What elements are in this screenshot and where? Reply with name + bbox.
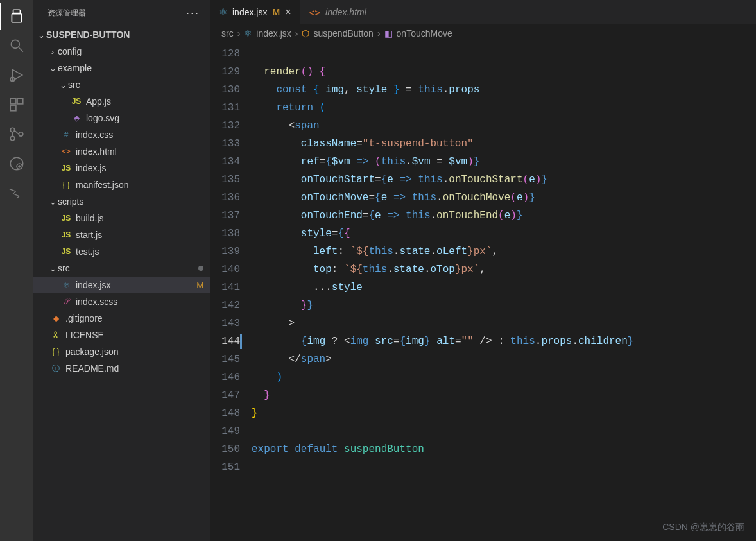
modified-dot-icon bbox=[198, 266, 203, 271]
file-index-html[interactable]: <>index.html bbox=[33, 143, 210, 160]
folder-scripts[interactable]: ⌄scripts bbox=[33, 193, 210, 210]
explorer-title: 资源管理器 bbox=[47, 8, 86, 19]
file-test-js[interactable]: JStest.js bbox=[33, 243, 210, 260]
more-actions-icon[interactable]: ··· bbox=[186, 6, 200, 20]
file-index-scss[interactable]: 𝒮index.scss bbox=[33, 293, 210, 310]
file-index-jsx[interactable]: ⚛index.jsxM bbox=[33, 277, 210, 293]
svg-point-5 bbox=[10, 128, 15, 132]
close-icon[interactable]: × bbox=[285, 6, 291, 18]
code-lines: render() { const { img, style } = this.p… bbox=[252, 42, 633, 541]
tool-icon[interactable] bbox=[8, 185, 25, 202]
remote-explorer-icon[interactable] bbox=[8, 155, 25, 172]
class-icon: ⬡ bbox=[302, 28, 309, 39]
svg-point-6 bbox=[10, 136, 15, 141]
line-gutter: 1281291301311321331341351361371381391401… bbox=[210, 42, 252, 541]
file-build-js[interactable]: JSbuild.js bbox=[33, 210, 210, 227]
file-index-js[interactable]: JSindex.js bbox=[33, 160, 210, 176]
watermark: CSDN @崽崽的谷雨 bbox=[662, 522, 744, 533]
editor-group: ⚛ index.jsx M × <> index.html src› ⚛inde… bbox=[210, 0, 756, 541]
extensions-icon[interactable] bbox=[8, 96, 25, 113]
tab-bar: ⚛ index.jsx M × <> index.html bbox=[210, 0, 756, 24]
svg-rect-2 bbox=[10, 98, 16, 104]
svg-rect-4 bbox=[10, 105, 16, 111]
code-editor[interactable]: 1281291301311321331341351361371381391401… bbox=[210, 42, 756, 541]
svg-rect-3 bbox=[17, 98, 23, 104]
run-debug-icon[interactable] bbox=[8, 67, 25, 83]
source-control-icon[interactable] bbox=[8, 126, 25, 142]
tab-index-html[interactable]: <> index.html bbox=[300, 0, 375, 24]
search-icon[interactable] bbox=[8, 37, 25, 54]
folder-example[interactable]: ⌄example bbox=[33, 60, 210, 76]
file-tree: ⌄SUSPEND-BUTTON ›config ⌄example ⌄src JS… bbox=[33, 26, 210, 541]
file-start-js[interactable]: JSstart.js bbox=[33, 227, 210, 243]
project-root[interactable]: ⌄SUSPEND-BUTTON bbox=[33, 26, 210, 43]
folder-example-src[interactable]: ⌄src bbox=[33, 76, 210, 93]
file-manifest-json[interactable]: { }manifest.json bbox=[33, 176, 210, 193]
explorer-icon[interactable] bbox=[8, 8, 25, 24]
file-app-js[interactable]: JSApp.js bbox=[33, 93, 210, 110]
activity-bar bbox=[0, 0, 33, 541]
svg-point-0 bbox=[11, 40, 19, 48]
html-icon: <> bbox=[309, 7, 320, 18]
sidebar-explorer: 资源管理器 ··· ⌄SUSPEND-BUTTON ›config ⌄examp… bbox=[33, 0, 210, 541]
file-readme[interactable]: ⓘREADME.md bbox=[33, 360, 210, 377]
breadcrumb[interactable]: src› ⚛index.jsx› ⬡suspendButton› ◧onTouc… bbox=[210, 24, 756, 42]
file-logo-svg[interactable]: ⬘logo.svg bbox=[33, 110, 210, 126]
tab-index-jsx[interactable]: ⚛ index.jsx M × bbox=[210, 0, 300, 24]
react-icon: ⚛ bbox=[219, 6, 227, 18]
file-gitignore[interactable]: ◆.gitignore bbox=[33, 310, 210, 327]
file-package-json[interactable]: { }package.json bbox=[33, 343, 210, 360]
react-icon: ⚛ bbox=[244, 28, 252, 39]
file-license[interactable]: 🎗LICENSE bbox=[33, 327, 210, 343]
method-icon: ◧ bbox=[384, 28, 393, 39]
file-index-css[interactable]: #index.css bbox=[33, 126, 210, 143]
explorer-header: 资源管理器 ··· bbox=[33, 0, 210, 26]
folder-src[interactable]: ⌄src bbox=[33, 260, 210, 277]
folder-config[interactable]: ›config bbox=[33, 43, 210, 60]
